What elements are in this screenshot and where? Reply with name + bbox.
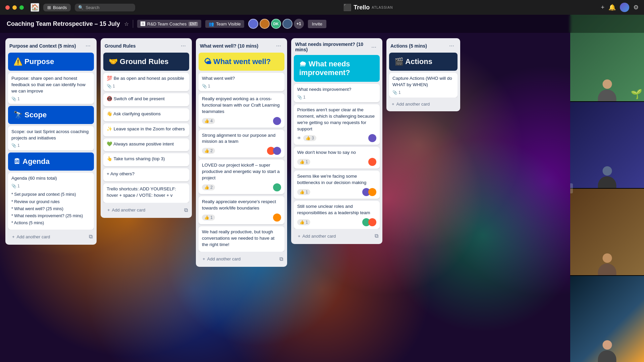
rule-turns-card[interactable]: 👆 Take turns sharing (top 3) xyxy=(103,153,189,166)
purpose-header-title: ⚠️ Purpose xyxy=(13,57,89,66)
vote-roles[interactable]: 👍 1 xyxy=(297,219,310,225)
scope-header-card[interactable]: 🔭 Scope xyxy=(8,106,94,124)
column-menu-actions[interactable]: ··· xyxy=(447,42,456,50)
went-well-header-title: 🌤 What went well? xyxy=(204,57,279,66)
column-header-actions: Actions (5 mins) ··· xyxy=(389,41,458,51)
column-menu-purpose[interactable]: ··· xyxy=(84,42,93,50)
home-button[interactable]: 🏠 xyxy=(31,3,39,12)
rule-honest-card[interactable]: 💯 Be as open and honest as possible 📎 1 xyxy=(103,73,189,91)
rule-space-text: ✨ Leave space in the Zoom for others xyxy=(107,126,186,132)
add-button[interactable]: + xyxy=(601,4,604,11)
member-avatar-4[interactable] xyxy=(282,19,292,29)
copy-list-went-well[interactable]: ⧉ xyxy=(279,256,283,262)
add-card-actions[interactable]: + Add another card xyxy=(389,100,458,109)
purpose-header-card[interactable]: ⚠️ Purpose xyxy=(8,53,94,71)
needs-improvement-q-card[interactable]: What needs improvement? 📎 1 xyxy=(294,84,380,102)
user-avatar[interactable] xyxy=(620,3,629,12)
actions-header-card[interactable]: 🎬 Actions xyxy=(389,53,458,71)
copy-list-needs-improvement[interactable]: ⧉ xyxy=(375,233,378,239)
minimize-button[interactable] xyxy=(12,5,17,10)
agenda-item-4: * What needs improvement? (25 mins) xyxy=(11,213,91,220)
card-worklife[interactable]: Really appreciate everyone's respect tow… xyxy=(199,196,284,224)
vote-worklife[interactable]: 👍 1 xyxy=(202,215,215,221)
search-bar[interactable]: 🔍 Search xyxy=(75,4,135,11)
rule-present-card[interactable]: 📵 Switch off and be present xyxy=(103,93,189,106)
add-card-actions-label: Add another card xyxy=(396,102,430,107)
agenda-header-card[interactable]: 🗓 Agenda xyxy=(8,153,94,171)
agenda-item-1: * Set purpose and context (5 mins) xyxy=(11,191,91,198)
panel-resize-handle[interactable] xyxy=(570,183,573,193)
rule-shortcuts-text: Trello shortcuts: ADD YOURSELF: hover + … xyxy=(107,186,186,199)
avatars-kickoff xyxy=(273,183,281,191)
card-priorities[interactable]: Priorities aren't super clear at the mom… xyxy=(294,104,380,145)
plus-members-badge[interactable]: +1 xyxy=(294,19,304,29)
vote-alignment[interactable]: 👍 2 xyxy=(202,148,215,154)
add-card-went-well[interactable]: + Add another card xyxy=(200,254,279,263)
search-icon: 🔍 xyxy=(78,5,84,10)
card-say-no[interactable]: We don't know how to say no 👍 1 xyxy=(294,147,380,169)
vote-priorities[interactable]: 👍 3 xyxy=(303,135,316,141)
member-avatar-dk[interactable]: DK xyxy=(271,19,281,29)
column-menu-went-well[interactable]: ··· xyxy=(274,42,283,50)
agenda-item-3: * What went well? (25 mins) xyxy=(11,205,91,213)
video-tile-4 xyxy=(570,276,644,362)
add-card-needs-improvement[interactable]: + Add another card xyxy=(295,232,375,241)
went-well-q-card[interactable]: What went well? 📎 1 xyxy=(199,73,284,91)
workspace-chip[interactable]: 🅰 R&D Team Coaches ENT xyxy=(137,20,202,28)
boards-button[interactable]: ⊞ Boards xyxy=(43,4,71,11)
needs-improvement-header-card[interactable]: 🌧 What needs improvement? xyxy=(294,55,380,82)
column-menu-needs-improvement[interactable]: ··· xyxy=(369,43,378,51)
column-title-went-well: What went well? (10 mins) xyxy=(200,43,274,49)
fullscreen-button[interactable] xyxy=(19,5,24,10)
went-well-header-card[interactable]: 🌤 What went well? xyxy=(199,53,284,71)
copy-list-purpose[interactable]: ⧉ xyxy=(89,234,93,240)
close-button[interactable] xyxy=(5,5,10,10)
agenda-attachment: 📎 1 xyxy=(11,184,20,188)
column-menu-ground-rules[interactable]: ··· xyxy=(179,42,188,50)
titlebar-right: + 🔔 ⚙ xyxy=(601,3,639,12)
agenda-header-title: 🗓 Agenda xyxy=(13,157,89,166)
card-capture-actions-text: Capture Actions (WHO will do WHAT by WHE… xyxy=(392,75,454,88)
member-avatar-1[interactable] xyxy=(248,19,258,29)
vote-cross-functional[interactable]: 👍 4 xyxy=(202,118,215,124)
rule-intent-text: 💚 Always assume positive intent xyxy=(107,141,186,147)
card-capture-actions[interactable]: Capture Actions (WHO will do WHAT by WHE… xyxy=(389,73,458,98)
card-tough-convos[interactable]: We had really productive, but tough conv… xyxy=(199,226,284,252)
card-alignment[interactable]: Strong alignment to our purpose and miss… xyxy=(199,130,284,158)
card-roles-text: Still some unclear roles and responsibil… xyxy=(297,203,376,216)
board-title: Coaching Team Retrospective – 15 July xyxy=(7,20,120,27)
member-avatar-2[interactable] xyxy=(260,19,270,29)
avatar-r2 xyxy=(368,218,376,226)
rule-intent-card[interactable]: 💚 Always assume positive intent xyxy=(103,138,189,152)
settings-button[interactable]: ⚙ xyxy=(633,4,639,11)
avatar-s1 xyxy=(368,158,376,166)
card-kickoff[interactable]: LOVED our project kickoff – super produc… xyxy=(199,160,284,194)
invite-button[interactable]: Invite xyxy=(308,20,326,28)
rule-clarify-card[interactable]: 👋 Ask clarifying questions xyxy=(103,108,189,121)
star-button[interactable]: ☆ xyxy=(124,21,129,27)
add-card-purpose[interactable]: + Add another card xyxy=(9,232,89,241)
card-bottlenecks[interactable]: Seems like we're facing some bottlenecks… xyxy=(294,171,380,199)
copy-list-ground-rules[interactable]: ⧉ xyxy=(184,207,188,213)
agenda-desc-card[interactable]: Agenda (60 mins total) 📎 1 * Set purpose… xyxy=(8,173,94,229)
avatar-p1 xyxy=(368,134,376,142)
visibility-chip[interactable]: 👥 Team Visible xyxy=(205,20,244,28)
ground-rules-header-card[interactable]: 🤝 Ground Rules xyxy=(103,53,189,71)
card-roles[interactable]: Still some unclear roles and responsibil… xyxy=(294,201,380,229)
workspace-icon: 🅰 xyxy=(141,21,145,26)
scope-desc-card[interactable]: Scope: our last Sprint across coaching p… xyxy=(8,126,94,151)
add-card-ground-rules[interactable]: + Add another card xyxy=(105,205,184,215)
search-placeholder: Search xyxy=(86,5,99,10)
notifications-button[interactable]: 🔔 xyxy=(608,4,616,11)
vote-kickoff[interactable]: 👍 2 xyxy=(202,184,215,190)
purpose-desc-card[interactable]: Purpose: share open and honest feedback … xyxy=(8,73,94,104)
vote-bottlenecks[interactable]: 👍 1 xyxy=(297,189,310,195)
ground-rules-cards: 🤝 Ground Rules 💯 Be as open and honest a… xyxy=(103,53,189,203)
card-worklife-text: Really appreciate everyone's respect tow… xyxy=(202,199,281,212)
scope-header-title: 🔭 Scope xyxy=(13,111,89,119)
rule-shortcuts-card[interactable]: Trello shortcuts: ADD YOURSELF: hover + … xyxy=(103,183,189,203)
rule-space-card[interactable]: ✨ Leave space in the Zoom for others xyxy=(103,123,189,136)
card-cross-functional[interactable]: Really enjoyed working as a cross-functi… xyxy=(199,93,284,128)
rule-others-card[interactable]: + Any others? xyxy=(103,168,189,181)
vote-say-no[interactable]: 👍 1 xyxy=(297,159,310,165)
